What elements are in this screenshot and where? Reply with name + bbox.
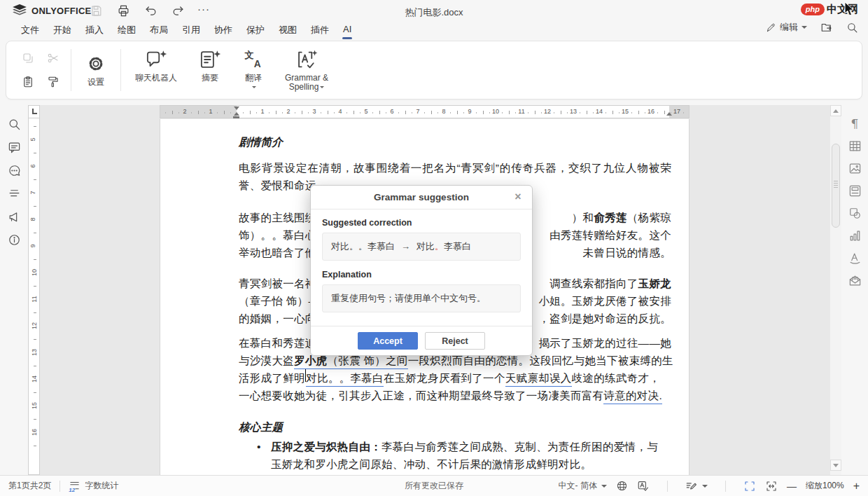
grammar-flagged-text: 天赋禀却误入 (505, 369, 572, 387)
paste-button[interactable] (19, 73, 37, 91)
table-settings-icon[interactable] (848, 139, 862, 153)
chatbot-button[interactable]: 聊天机器人 (130, 46, 183, 85)
save-button[interactable] (88, 4, 104, 19)
language-selector[interactable]: 中文- 简体 (559, 480, 607, 492)
doc-line: 剧情简介 (239, 133, 671, 151)
about-info-icon[interactable] (8, 233, 21, 247)
fit-width-button[interactable] (765, 480, 778, 492)
gear-icon (85, 53, 106, 74)
tab-插入[interactable]: 插入 (78, 21, 111, 39)
scroll-down-button[interactable] (830, 460, 841, 471)
track-changes-button[interactable] (685, 480, 708, 492)
chevron-down-icon (802, 26, 807, 29)
doc-text: 誉、爱恨和命运 (239, 177, 316, 194)
tab-文件[interactable]: 文件 (14, 21, 46, 39)
doc-text: 电影背景设定在清朝，故事围绕着一把名为“青冥剑”的传奇兵器，交织了九位人物被荣 (239, 162, 671, 174)
first-line-indent-marker[interactable] (234, 106, 239, 110)
doc-line: 活形成了鲜明对比。。李慕白在玉娇龙身厌看到了一个天赋禀却误入歧途的练武奇才， (239, 369, 671, 387)
dialog-header[interactable]: Grammar suggestion × (311, 186, 532, 209)
zoom-out-button[interactable]: — (787, 481, 797, 492)
tab-保护[interactable]: 保护 (239, 21, 272, 39)
ai-toolbar: 设置 聊天机器人 摘要 文A 翻译 Grammar &Spelling (6, 41, 862, 99)
doc-text: 调查线索都指向了 (550, 275, 638, 292)
grammar-check-icon (295, 49, 318, 70)
accept-button[interactable]: Accept (358, 332, 418, 350)
grammar-spelling-button[interactable]: Grammar &Spelling (279, 46, 334, 95)
doc-text: 青冥剑被一名神 (239, 275, 316, 292)
doc-text: ）和 (572, 209, 594, 226)
tab-引用[interactable]: 引用 (175, 21, 207, 39)
translate-button[interactable]: 文A 翻译 (237, 46, 270, 95)
open-file-location-button[interactable] (820, 21, 834, 34)
edit-mode-button[interactable]: 编辑 (766, 21, 807, 34)
shape-settings-icon[interactable] (848, 207, 862, 220)
more-actions-button[interactable]: ··· (197, 3, 210, 19)
redo-button[interactable] (170, 4, 186, 19)
set-document-language-icon[interactable] (616, 480, 628, 492)
mouse-cursor (844, 1, 855, 17)
doc-text: 活形成了鲜明 (239, 369, 305, 387)
scroll-up-button[interactable] (830, 105, 841, 116)
doc-text: （杨紫琼 (627, 209, 671, 226)
text-art-settings-icon[interactable] (848, 252, 862, 265)
word-count-button[interactable]: 12 字数统计 (69, 480, 118, 492)
left-indent-marker[interactable] (233, 116, 239, 118)
right-indent-marker[interactable] (666, 112, 672, 116)
tab-协作[interactable]: 协作 (207, 21, 239, 39)
grammar-flagged-text: 对比。。李慕白 (306, 369, 384, 387)
doc-line: 玉娇龙和罗小虎之间原始、冲动、不计后果的激情形成鲜明对比。 (239, 455, 671, 473)
doc-text: 玉娇龙和罗小虎之间原始、冲动、不计后果的激情形成鲜明对比。 (271, 455, 592, 473)
feedback-icon[interactable] (8, 210, 21, 223)
v-ruler: 5678910111213141516 (28, 118, 40, 475)
cut-button[interactable] (44, 49, 62, 67)
tab-插件[interactable]: 插件 (304, 21, 336, 39)
summarize-button[interactable]: 摘要 (192, 46, 227, 85)
search-button[interactable] (846, 22, 858, 34)
doc-text: 揭示了玉娇龙的过往——她 (538, 334, 671, 352)
chat-icon[interactable] (8, 164, 21, 177)
tab-视图[interactable]: 视图 (272, 21, 304, 39)
print-button[interactable] (115, 4, 131, 19)
word-count-icon: 12 (69, 480, 80, 492)
paragraph-settings-icon[interactable]: ¶ (851, 116, 859, 130)
summary-doc-icon (198, 49, 222, 70)
zoom-in-button[interactable]: + (853, 480, 860, 492)
doc-text: 未曾日说的情感。 (583, 244, 671, 261)
chatbot-label: 聊天机器人 (135, 74, 177, 83)
navigation-headings-icon[interactable] (8, 187, 21, 200)
comments-icon[interactable] (8, 141, 21, 154)
doc-text: 俞秀莲 (594, 209, 626, 226)
tab-AI[interactable]: AI (336, 21, 358, 39)
close-icon[interactable]: × (511, 190, 525, 204)
hanging-indent-marker[interactable] (234, 112, 239, 116)
doc-text: 一心想要收她为徒，引其步入正途，而这种期望最终导致了一场凄美而富有 (239, 387, 603, 404)
copy-button[interactable] (19, 49, 37, 67)
image-settings-icon[interactable] (848, 162, 862, 175)
doc-text: 与沙漠大盗 (239, 352, 294, 369)
doc-text: 在慕白和秀莲追 (239, 334, 316, 352)
corrected-text-2: 李慕白 (444, 241, 471, 252)
settings-label: 设置 (88, 78, 104, 87)
format-painter-button[interactable] (44, 73, 62, 91)
undo-button[interactable] (143, 4, 158, 19)
page-indicator-label: 第1页共2页 (8, 480, 51, 492)
tab-布局[interactable]: 布局 (143, 21, 175, 39)
ruler-corner-tab-selector[interactable] (28, 105, 40, 118)
find-icon[interactable] (8, 118, 21, 131)
mail-merge-icon[interactable] (848, 274, 862, 287)
tab-开始[interactable]: 开始 (46, 21, 78, 39)
page-indicator[interactable]: 第1页共2页 (8, 480, 51, 492)
fit-page-button[interactable] (743, 480, 756, 492)
v-scrollbar-thumb[interactable] (832, 144, 840, 228)
reject-button[interactable]: Reject (425, 332, 485, 350)
zoom-level[interactable]: 缩放100% (806, 480, 844, 492)
doc-text: （章子怡 饰）— (239, 292, 319, 310)
edit-mode-label: 编辑 (780, 21, 798, 34)
ai-settings-button[interactable]: 设置 (80, 50, 112, 90)
divider (59, 481, 60, 492)
php-badge: php (801, 4, 825, 15)
header-footer-settings-icon[interactable] (848, 184, 862, 198)
chart-settings-icon[interactable] (848, 229, 862, 242)
spell-check-icon[interactable] (637, 480, 650, 492)
tab-绘图[interactable]: 绘图 (111, 21, 143, 39)
